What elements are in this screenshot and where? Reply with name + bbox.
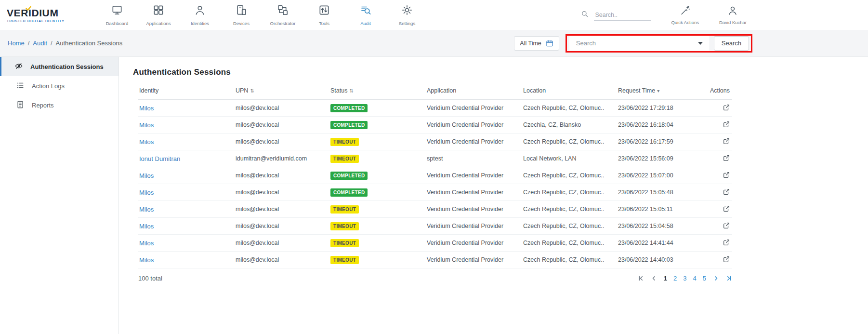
nav-item-applications[interactable]: Applications [138,4,179,26]
open-session-icon[interactable] [723,171,730,180]
orchestrator-icon [276,4,289,18]
application-cell: Veridium Credential Provider [426,218,522,235]
application-cell: Veridium Credential Provider [426,167,522,184]
location-cell: Czech Republic, CZ, Olomuc.. [522,167,617,184]
sort-icon-request-time: ▾ [657,88,659,94]
column-status[interactable]: Status⇅ [329,83,426,100]
page-link-2[interactable]: 2 [673,275,677,282]
search-type-dropdown[interactable]: Search [569,36,710,51]
table-footer: 100 total 12345 [138,275,732,282]
chevron-down-icon [698,42,703,45]
application-cell: sptest [426,150,522,167]
application-cell: Veridium Credential Provider [426,235,522,252]
identity-link[interactable]: Milos [139,189,154,196]
open-session-icon[interactable] [723,104,730,113]
sidebar-item-reports[interactable]: Reports [0,95,118,115]
open-session-icon[interactable] [723,154,730,163]
identity-link[interactable]: Milos [139,121,154,129]
status-badge: TIMEOUT [330,222,359,230]
pagination: 12345 [638,275,732,282]
table-row: Milos milos@dev.local COMPLETED Veridium… [138,100,732,117]
page-link-3[interactable]: 3 [683,275,686,282]
open-session-icon[interactable] [723,137,730,147]
nav-item-identities[interactable]: Identities [179,4,221,26]
upn-cell: milos@dev.local [235,100,329,117]
open-session-icon[interactable] [723,239,730,248]
identity-link[interactable]: Ionut Dumitran [139,155,180,162]
user-menu[interactable]: David Kuchar [719,5,747,25]
breadcrumb-separator: / [51,40,53,47]
search-input[interactable] [594,10,651,21]
sidebar-item-authentication-sessions[interactable]: Authentication Sessions [0,57,118,76]
location-cell: Czech Republic, CZ, Olomuc.. [522,235,617,252]
table-row: Milos milos@dev.local TIMEOUT Veridium C… [138,134,732,150]
page-link-1[interactable]: 1 [664,275,667,282]
prev-page-icon[interactable] [651,275,657,281]
sidebar-item-action-logs[interactable]: Action Logs [0,76,118,95]
quick-actions-button[interactable]: Quick Actions [671,5,699,25]
open-session-icon[interactable] [723,120,730,130]
reports-icon [16,100,25,110]
application-cell: Veridium Credential Provider [426,117,522,134]
table-header-row: Identity UPN⇅ Status⇅ Application Locati… [138,83,732,100]
dashboard-icon [111,4,123,18]
sessions-table: Identity UPN⇅ Status⇅ Application Locati… [138,83,732,268]
page-link-4[interactable]: 4 [693,275,697,282]
table-row: Milos milos@dev.local TIMEOUT Veridium C… [138,201,732,218]
nav-item-devices[interactable]: Devices [221,4,262,26]
request-time-cell: 23/06/2022 15:04:58 [617,218,698,235]
column-upn[interactable]: UPN⇅ [235,83,329,100]
total-count: 100 total [138,275,162,282]
nav-item-audit[interactable]: Audit [345,4,386,26]
nav-item-dashboard[interactable]: Dashboard [96,4,138,26]
identity-link[interactable]: Milos [139,206,154,213]
quick-actions-icon [679,5,691,18]
brand-name: VERIDIUM [7,7,58,18]
status-badge: COMPLETED [330,121,368,129]
status-badge: TIMEOUT [330,205,359,214]
status-badge: COMPLETED [330,172,368,180]
next-page-icon[interactable] [713,275,719,281]
first-page-icon[interactable] [638,275,644,281]
veridium-admin-page: VERIDIUM TRUSTED DIGITAL IDENTITY Dashbo… [0,0,868,334]
last-page-icon[interactable] [726,275,732,281]
nav-item-orchestrator[interactable]: Orchestrator [262,4,303,26]
identity-link[interactable]: Milos [139,223,154,230]
user-icon [727,5,738,18]
topnav-right: Quick Actions David Kuchar [580,5,747,25]
open-session-icon[interactable] [723,255,730,265]
nav-item-settings[interactable]: Settings [386,4,428,26]
breadcrumb-current: Authentication Sessions [56,40,123,47]
open-session-icon[interactable] [723,205,730,214]
applications-icon [152,4,165,18]
identities-icon [194,4,206,18]
request-time-cell: 23/06/2022 16:17:59 [617,134,698,150]
page-link-5[interactable]: 5 [703,275,706,282]
request-time-cell: 23/06/2022 15:56:09 [617,150,698,167]
breadcrumb-audit[interactable]: Audit [33,40,47,47]
identity-link[interactable]: Milos [139,105,154,112]
time-range-button[interactable]: All Time [514,36,559,51]
application-cell: Veridium Credential Provider [426,134,522,150]
top-navigation: VERIDIUM TRUSTED DIGITAL IDENTITY Dashbo… [0,0,868,30]
upn-cell: milos@dev.local [235,134,329,150]
identity-link[interactable]: Milos [139,256,154,264]
identity-link[interactable]: Milos [139,240,154,247]
column-identity: Identity [138,83,235,100]
breadcrumb-home[interactable]: Home [8,40,25,47]
application-cell: Veridium Credential Provider [426,184,522,201]
nav-item-tools[interactable]: Tools [303,4,345,26]
search-icon [580,10,589,20]
tools-icon [318,4,330,18]
veridium-logo[interactable]: VERIDIUM TRUSTED DIGITAL IDENTITY [7,8,83,23]
column-request-time[interactable]: Request Time▾ [617,83,698,100]
table-row: Milos milos@dev.local COMPLETED Veridium… [138,117,732,134]
table-row: Milos milos@dev.local TIMEOUT Veridium C… [138,235,732,252]
open-session-icon[interactable] [723,188,730,197]
identity-link[interactable]: Milos [139,172,154,179]
table-row: Milos milos@dev.local COMPLETED Veridium… [138,167,732,184]
application-cell: Veridium Credential Provider [426,100,522,117]
open-session-icon[interactable] [723,222,730,231]
identity-link[interactable]: Milos [139,138,154,146]
search-button[interactable]: Search [714,36,749,51]
